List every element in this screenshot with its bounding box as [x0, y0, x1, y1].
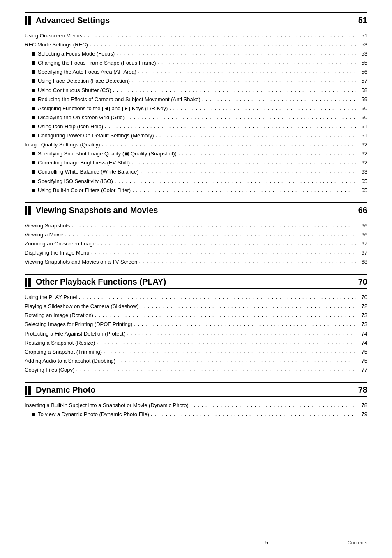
toc-entry: Specifying the Auto Focus Area (AF Area)… — [25, 67, 367, 76]
toc-dots — [65, 230, 356, 239]
section-header-viewing-snapshots: Viewing Snapshots and Movies66 — [25, 202, 367, 217]
toc-dots — [71, 221, 356, 230]
toc-dots — [169, 104, 356, 113]
toc-dots — [78, 292, 356, 301]
toc-label: Using On-screen Menus — [25, 31, 82, 40]
toc-label: Cropping a Snapshot — [25, 347, 75, 357]
toc-entry: Viewing Snapshots and Movies on a TV Scr… — [25, 257, 367, 266]
toc-entry: Resizing a Snapshot (Resize)74 — [25, 338, 367, 347]
toc-dots — [97, 239, 356, 248]
toc-dots — [158, 58, 356, 67]
toc-bullet — [32, 79, 35, 83]
toc-dots — [202, 95, 356, 104]
toc-label: Specifying Snapshot Image Quality — [38, 149, 121, 158]
toc-dots — [141, 301, 356, 310]
toc-dots — [90, 40, 356, 49]
toc-entry: Adding Audio to a Snapshot (Dubbing)75 — [25, 357, 367, 366]
toc-bullet — [32, 61, 35, 65]
toc-suffix: (▣ Quality (Snapshot)) — [122, 149, 177, 158]
toc-suffix: (Protect) — [105, 329, 125, 338]
toc-suffix: (Dubbing) — [92, 357, 115, 366]
toc-bullet — [32, 180, 35, 183]
section-title: Advanced Settings — [36, 16, 110, 25]
toc-page: 60 — [357, 104, 367, 113]
toc-entry: Specifying ISO Sensitivity (ISO)65 — [25, 177, 367, 186]
toc-page: 53 — [357, 49, 367, 58]
toc-bullet — [32, 116, 35, 119]
toc-suffix: (Trimming) — [76, 347, 102, 357]
toc-dots — [127, 329, 356, 338]
section-viewing-snapshots: Viewing Snapshots and Movies66Viewing Sn… — [25, 202, 367, 266]
toc-bullet — [32, 107, 35, 110]
toc-label: Resizing a Snapshot — [25, 338, 74, 347]
toc-bullet — [32, 134, 35, 137]
section-page: 78 — [358, 385, 367, 395]
toc-label: Displaying the On-screen Grid — [38, 113, 109, 122]
toc-page: 60 — [357, 113, 367, 122]
toc-page: 61 — [357, 122, 367, 131]
toc-page: 73 — [357, 311, 367, 320]
toc-label: Reducing the Effects of Camera and Subje… — [38, 95, 170, 104]
toc-page: 74 — [357, 338, 367, 347]
toc-suffix: (Color Filter) — [101, 186, 131, 195]
toc-dots — [95, 310, 356, 320]
toc-dots — [126, 113, 356, 122]
section-page: 70 — [358, 277, 367, 287]
toc-bullet — [32, 98, 35, 101]
section-page: 66 — [358, 206, 367, 215]
toc-page: 62 — [357, 149, 367, 158]
toc-label: Protecting a File Against Deletion — [25, 329, 104, 338]
toc-suffix: (Quality) — [80, 140, 100, 149]
toc-dots — [76, 365, 356, 374]
toc-suffix: (Grid) — [111, 113, 125, 122]
section-bar-icon — [25, 16, 31, 25]
toc-label: Playing a Slideshow on the Camera — [25, 302, 109, 311]
toc-suffix: (Dynamic Photo File) — [99, 410, 149, 419]
toc-label: Inserting a Built-in Subject into a Snap… — [25, 401, 147, 410]
toc-label: Image Quality Settings — [25, 140, 78, 149]
toc-suffix: (Memory) — [131, 131, 154, 140]
toc-dots — [190, 401, 356, 410]
toc-dots — [131, 158, 356, 167]
page-footer: 5 Contents — [0, 536, 392, 546]
toc-entry: Rotating an Image (Rotation)73 — [25, 311, 367, 320]
toc-dots — [134, 320, 356, 329]
toc-entry: Image Quality Settings (Quality)62 — [25, 140, 367, 149]
toc-page: 61 — [357, 131, 367, 140]
toc-entry: Viewing a Movie66 — [25, 230, 367, 239]
toc-label: Using Icon Help — [38, 122, 76, 131]
toc-dots — [97, 338, 356, 347]
toc-label: Selecting a Focus Mode — [38, 49, 95, 58]
toc-suffix: (REC) — [73, 40, 88, 49]
toc-entry: Using the PLAY Panel70 — [25, 293, 367, 302]
toc-page: 65 — [357, 177, 367, 186]
toc-suffix: (AF Area) — [113, 67, 136, 76]
toc-suffix: (CS) — [100, 86, 111, 95]
section-title: Dynamic Photo — [36, 385, 96, 395]
toc-entry: To view a Dynamic Photo (Dynamic Photo F… — [25, 410, 367, 419]
toc-entry: Correcting Image Brightness (EV Shift)62 — [25, 158, 367, 167]
toc-page: 65 — [357, 186, 367, 195]
toc-page: 59 — [357, 95, 367, 104]
section-title: Viewing Snapshots and Movies — [36, 206, 158, 215]
toc-label: Using Face Detection — [38, 76, 89, 86]
toc-dots — [151, 410, 356, 419]
toc-dots — [115, 176, 356, 185]
toc-suffix: (Dynamic Photo) — [149, 401, 189, 410]
toc-suffix: (L/R Key) — [145, 104, 168, 113]
toc-bullet — [32, 161, 35, 164]
section-bar-icon — [25, 206, 31, 215]
toc-page: 72 — [357, 302, 367, 311]
toc-dots — [131, 76, 356, 85]
toc-bullet — [32, 52, 35, 56]
toc-dots — [139, 257, 356, 266]
toc-entry: Using Built-in Color Filters (Color Filt… — [25, 186, 367, 195]
toc-entry: Configuring Power On Default Settings (M… — [25, 131, 367, 140]
toc-page: 67 — [357, 239, 367, 248]
toc-entry: Cropping a Snapshot (Trimming)75 — [25, 347, 367, 357]
toc-dots — [102, 140, 356, 149]
toc-bullet — [32, 152, 35, 155]
toc-page: 55 — [357, 58, 367, 67]
toc-entry: Protecting a File Against Deletion (Prot… — [25, 329, 367, 338]
toc-label: Viewing Snapshots and Movies on a TV Scr… — [25, 257, 137, 266]
